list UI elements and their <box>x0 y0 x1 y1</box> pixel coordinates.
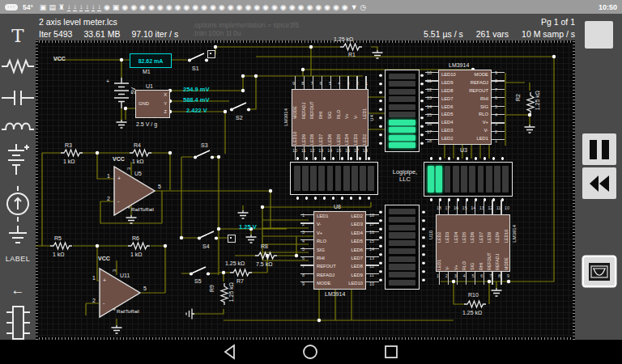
pin-label: LED5 <box>441 112 456 117</box>
scope-button[interactable] <box>584 257 615 286</box>
simulation-stats: Iter 5493 33.61 MB 97.10 iter / s <box>39 29 178 39</box>
nav-back-button[interactable] <box>223 344 237 360</box>
eye-icon: ◉ <box>306 3 313 11</box>
schematic-canvas[interactable]: VCC + 5V 82.62 mA M1 GND XYZ U1 2.5 V / … <box>36 40 575 340</box>
resistor-r10[interactable] <box>464 300 486 308</box>
resistor-r1[interactable] <box>340 43 362 51</box>
pin-label: LED3 <box>441 129 456 133</box>
pin-number: 5 <box>495 105 505 110</box>
pin-label: LED1 <box>437 243 441 270</box>
pin-label: V+ <box>469 121 488 125</box>
ground-5[interactable] <box>523 125 536 134</box>
back-tool[interactable]: ← <box>0 281 36 300</box>
gallery-icon: ▣ <box>113 3 120 11</box>
u1-pin: GND <box>138 102 149 107</box>
eye-icon: ◉ <box>157 3 164 11</box>
switch-s5[interactable] <box>189 265 211 276</box>
ground-tool[interactable] <box>0 226 36 247</box>
ground-4[interactable] <box>371 50 384 60</box>
u1-pin: Y <box>164 102 167 107</box>
brand-text: Logipipe,LLC <box>385 168 425 184</box>
nav-home-button[interactable] <box>302 344 318 360</box>
ground-6[interactable] <box>245 235 258 244</box>
eye-icon: ◉ <box>236 3 243 11</box>
resistor-r6[interactable] <box>128 242 150 250</box>
capacitor-icon <box>2 88 34 108</box>
led-segment-off <box>502 166 509 193</box>
pin-number: 9 <box>495 71 505 76</box>
pin-label: LED10 <box>293 119 297 145</box>
text-tool[interactable]: T <box>0 23 36 48</box>
switch-s1[interactable] <box>187 52 209 62</box>
led-segment-on <box>428 166 434 193</box>
pin-number: 5 <box>471 274 474 279</box>
battery-tool[interactable] <box>0 142 36 182</box>
u4-top-pin-labels: MODEREFADJREFOUTRHISIGRLOV+V-LED1 <box>293 91 367 119</box>
led-bargraph-4[interactable] <box>385 205 420 290</box>
inductor-tool[interactable] <box>0 117 36 137</box>
menu-button[interactable] <box>585 21 613 49</box>
current-source-tool[interactable] <box>0 185 36 222</box>
eye-icon: ◉ <box>324 3 330 11</box>
download-icon: ↓ <box>73 2 77 11</box>
resistor-r8[interactable] <box>255 252 277 260</box>
led-segment-off <box>389 89 415 95</box>
r2-ref: R2 <box>515 94 521 101</box>
pause-button[interactable] <box>582 133 616 165</box>
label-tool[interactable]: LABEL <box>0 252 36 266</box>
pin-label: MODE <box>505 243 509 270</box>
led-bargraph-1[interactable] <box>385 70 420 152</box>
download-icon: ↓ <box>97 2 101 11</box>
pin-label: V- <box>445 243 449 270</box>
pin-label: REFOUT <box>310 91 314 119</box>
led-segment-off <box>461 166 467 193</box>
led-bargraph-3[interactable] <box>424 162 513 197</box>
resistor-r5[interactable] <box>50 242 72 250</box>
led-segment-off <box>389 112 415 117</box>
ground-9[interactable] <box>185 307 194 320</box>
pin-number: 11 <box>369 273 379 278</box>
back-arrow-icon: ← <box>11 282 25 298</box>
u3-right-pin-labels: MODEREFADJREFOUTRHISIGRLOV+V-LED1 <box>469 73 488 142</box>
switch-s2[interactable] <box>229 101 251 112</box>
eye-icon: ◉ <box>342 3 348 11</box>
pin-label: LED7 <box>479 216 484 243</box>
eye-icon: ◉ <box>228 3 234 11</box>
pin-label: LED9 <box>441 81 456 86</box>
pin-label: SIG <box>471 243 475 270</box>
chip-u1[interactable]: GND XYZ <box>135 90 170 118</box>
capacitor-tool[interactable] <box>0 88 36 108</box>
pin-number: 16 <box>427 122 437 127</box>
resistor-r3[interactable] <box>61 149 83 157</box>
switch-s4[interactable] <box>197 230 219 240</box>
battery-v1[interactable] <box>112 78 131 110</box>
resistor-tool[interactable] <box>0 57 36 76</box>
ground-7[interactable] <box>490 288 503 298</box>
pin-label: V- <box>469 129 488 133</box>
pin-label: V+ <box>345 91 349 119</box>
switch-s3[interactable] <box>193 149 215 159</box>
chip-tool[interactable] <box>0 303 36 342</box>
resistor-r4[interactable] <box>130 149 151 157</box>
terminal-box-s4 <box>228 235 236 243</box>
pin-number: 6 <box>302 256 312 261</box>
resistor-r7[interactable] <box>230 269 252 277</box>
pin-number: 5 <box>329 82 331 87</box>
chip-u8[interactable]: LED1V-V+RLOSIGRHIREFOUTREFADJMODE LED2LE… <box>313 211 366 290</box>
pin-number: 4 <box>495 113 505 118</box>
nav-recents-button[interactable] <box>383 344 399 360</box>
ground-8[interactable] <box>236 210 249 220</box>
ammeter-m1[interactable]: 82.62 mA <box>130 53 172 68</box>
resistor-r9[interactable] <box>220 283 228 305</box>
ground-1[interactable] <box>115 120 128 129</box>
document-title: 2 axis level meter.lcs <box>39 17 117 27</box>
pin-label: LED6 <box>471 216 475 243</box>
eye-icon: ◉ <box>175 3 181 11</box>
ground-3[interactable] <box>110 325 123 335</box>
rewind-button[interactable] <box>582 167 616 199</box>
resistor-r2[interactable] <box>526 92 535 114</box>
led-bargraph-2[interactable] <box>290 162 378 195</box>
pin-label: REFADJ <box>317 273 336 278</box>
ground-2[interactable] <box>125 215 138 225</box>
chip-u3[interactable]: LED10LED9LED8LED7LED6LED5LED4LED3LED2 MO… <box>438 70 492 145</box>
